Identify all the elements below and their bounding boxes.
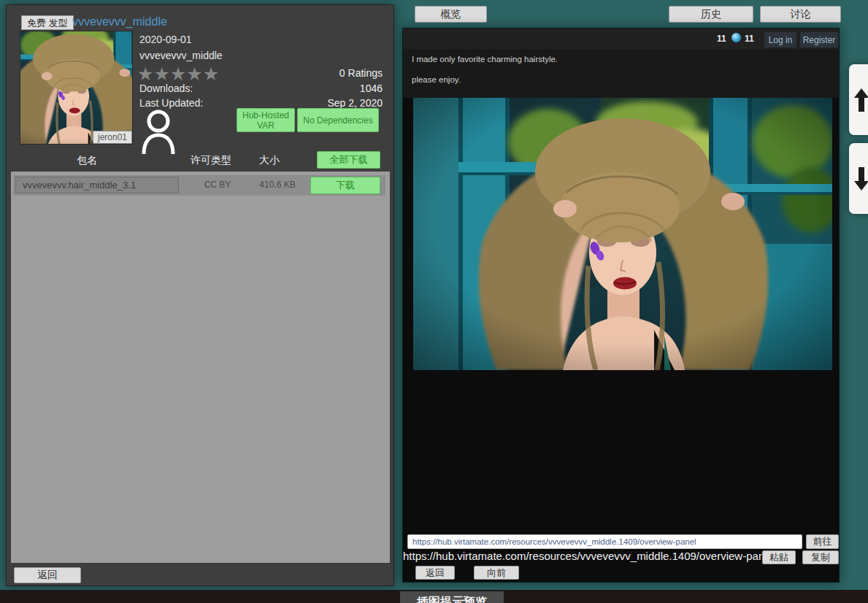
- license-cell: CC BY: [194, 180, 241, 190]
- tab-discussion[interactable]: 讨论: [760, 6, 841, 23]
- person-icon: [141, 109, 176, 154]
- rating-stars-icon[interactable]: ★★★★★: [137, 64, 219, 85]
- resource-date: 2020-09-01: [139, 34, 192, 45]
- copy-button[interactable]: 复制: [802, 550, 839, 564]
- view-count: 11: [745, 34, 754, 44]
- description-line-2: please enjoy.: [412, 75, 461, 84]
- scroll-up-button[interactable]: [849, 64, 868, 135]
- paste-button[interactable]: 粘贴: [762, 550, 796, 564]
- hub-webview-panel: 11 11 Log in Register I made only favori…: [402, 28, 840, 583]
- size-cell: 410.6 KB: [254, 180, 301, 190]
- resource-type-badge: 免费 发型: [21, 15, 74, 30]
- down-arrow-icon: [853, 166, 868, 191]
- downloads-label: Downloads:: [139, 82, 193, 94]
- column-header-license: 许可类型: [180, 154, 242, 167]
- last-updated-value: Sep 2, 2020: [327, 97, 383, 109]
- go-button[interactable]: 前往: [806, 534, 839, 549]
- resource-title-link[interactable]: vvvevevvv_middle: [72, 15, 167, 28]
- login-link[interactable]: Log in: [764, 32, 796, 47]
- register-link[interactable]: Register: [800, 32, 838, 47]
- no-dependencies-badge: No Dependencies: [297, 108, 379, 132]
- hub-hosted-var-badge: Hub-Hosted VAR: [237, 108, 295, 132]
- scroll-down-button[interactable]: [849, 143, 868, 214]
- file-row: vvvevevvv.hair_middle_3.1 CC BY 410.6 KB…: [13, 175, 385, 196]
- current-url-text: https://hub.virtamate.com/resources/vvve…: [403, 550, 773, 562]
- author-tag: jeron01: [93, 131, 132, 144]
- download-button[interactable]: 下载: [310, 177, 380, 194]
- resource-thumbnail[interactable]: jeron01: [20, 31, 132, 144]
- description-line-1: I made only favorite charming hairstyle.: [412, 55, 558, 64]
- background-ui-strip: 插图提示预览: [0, 590, 868, 603]
- panel-back-button[interactable]: 返回: [14, 567, 81, 583]
- browser-back-button[interactable]: 返回: [415, 566, 455, 580]
- package-name-cell: vvvevevvv.hair_middle_3.1: [15, 177, 179, 193]
- webview-header: 11 11 Log in Register: [403, 28, 839, 49]
- description-area: I made only favorite charming hairstyle.…: [403, 49, 839, 98]
- resource-detail-panel: 免费 发型 vvvevevvv_middle jeron01 2020-09-0…: [6, 4, 394, 586]
- file-list: vvvevevvv.hair_middle_3.1 CC BY 410.6 KB…: [11, 172, 390, 563]
- tab-history[interactable]: 历史: [669, 6, 753, 23]
- background-clipped-button[interactable]: 插图提示预览: [400, 591, 504, 603]
- browser-forward-button[interactable]: 向前: [474, 566, 519, 580]
- thumbnail-image: [20, 31, 132, 144]
- download-all-button[interactable]: 全部下载: [317, 151, 380, 169]
- resource-name: vvvevevvv_middle: [139, 50, 223, 61]
- up-arrow-icon: [853, 88, 868, 112]
- tab-overview[interactable]: 概览: [415, 6, 487, 23]
- downloads-value: 1046: [360, 82, 383, 94]
- status-orb-icon: [731, 33, 741, 42]
- address-input[interactable]: [407, 534, 802, 549]
- last-updated-label: Last Updated:: [139, 97, 203, 109]
- photo-image: [413, 98, 832, 370]
- resource-photo: [413, 98, 832, 370]
- like-count: 11: [717, 34, 726, 44]
- ratings-count: 0 Ratings: [339, 67, 383, 79]
- column-header-size: 大小: [255, 154, 284, 167]
- column-header-package: 包名: [64, 154, 110, 167]
